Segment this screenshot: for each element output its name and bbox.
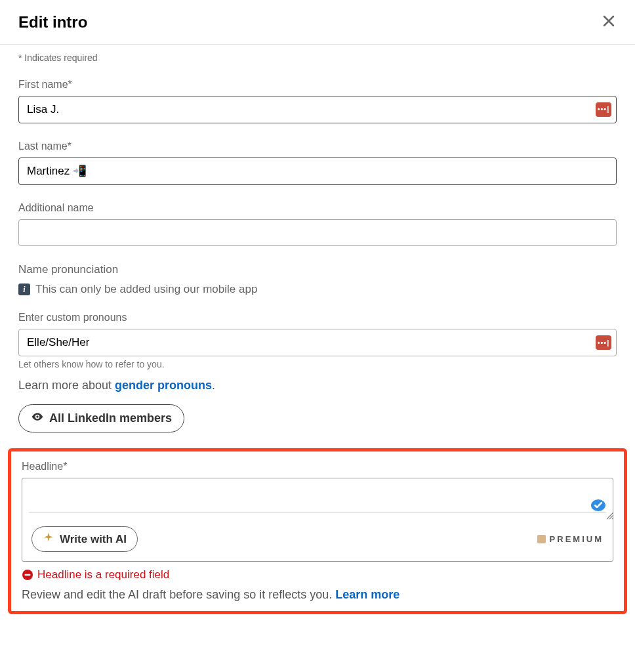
- pronouns-input[interactable]: [18, 329, 617, 356]
- additional-name-input[interactable]: [18, 219, 617, 247]
- close-button[interactable]: [598, 10, 619, 33]
- premium-badge: PREMIUM: [537, 534, 604, 544]
- resize-handle-icon: [605, 511, 614, 520]
- error-icon: [22, 569, 33, 581]
- first-name-input[interactable]: [18, 96, 617, 123]
- premium-text: PREMIUM: [550, 534, 604, 544]
- password-manager-icon[interactable]: [596, 335, 611, 350]
- headline-error-text: Headline is a required field: [37, 568, 169, 581]
- pronunciation-label: Name pronunciation: [18, 263, 617, 276]
- last-name-label: Last name*: [18, 140, 617, 152]
- pronouns-learn-row: Learn more about gender pronouns.: [18, 379, 617, 392]
- write-with-ai-label: Write with AI: [60, 533, 127, 546]
- gender-pronouns-link[interactable]: gender pronouns: [115, 379, 212, 392]
- pronouns-label: Enter custom pronouns: [18, 312, 617, 324]
- visibility-button-label: All LinkedIn members: [49, 411, 172, 425]
- headline-container: Write with AI PREMIUM: [22, 478, 613, 562]
- headline-label: Headline*: [22, 461, 613, 472]
- headline-error: Headline is a required field: [22, 568, 613, 581]
- pronunciation-info-text: This can only be added using our mobile …: [35, 283, 257, 296]
- modal-title: Edit intro: [18, 13, 87, 32]
- svg-rect-3: [25, 574, 31, 576]
- sparkle-icon: [43, 532, 54, 547]
- password-manager-icon[interactable]: [596, 102, 611, 117]
- pronunciation-section: Name pronunciation i This can only be ad…: [18, 263, 617, 296]
- modal-content: * Indicates required First name* Last na…: [0, 45, 635, 614]
- headline-input[interactable]: [29, 484, 606, 513]
- additional-name-label: Additional name: [18, 202, 617, 214]
- headline-review-text: Review and edit the AI draft before savi…: [22, 588, 613, 602]
- last-name-input[interactable]: [18, 158, 617, 185]
- pronouns-hint: Let others know how to refer to you.: [18, 359, 617, 369]
- additional-name-field: Additional name: [18, 202, 617, 247]
- last-name-field: Last name*: [18, 140, 617, 185]
- visibility-button[interactable]: All LinkedIn members: [18, 404, 184, 432]
- modal-header: Edit intro: [0, 0, 635, 45]
- svg-point-0: [36, 416, 38, 418]
- pronouns-field: Enter custom pronouns Let others know ho…: [18, 312, 617, 392]
- close-icon: [601, 13, 617, 31]
- headline-highlight-box: Headline* Write with AI: [8, 448, 627, 614]
- eye-icon: [31, 410, 44, 427]
- first-name-label: First name*: [18, 79, 617, 91]
- premium-icon: [537, 535, 546, 543]
- headline-learn-more-link[interactable]: Learn more: [335, 588, 399, 601]
- info-icon: i: [18, 284, 30, 295]
- verified-check-icon: [590, 497, 606, 513]
- required-indicator-note: * Indicates required: [18, 52, 617, 63]
- first-name-field: First name*: [18, 79, 617, 123]
- write-with-ai-button[interactable]: Write with AI: [31, 526, 138, 552]
